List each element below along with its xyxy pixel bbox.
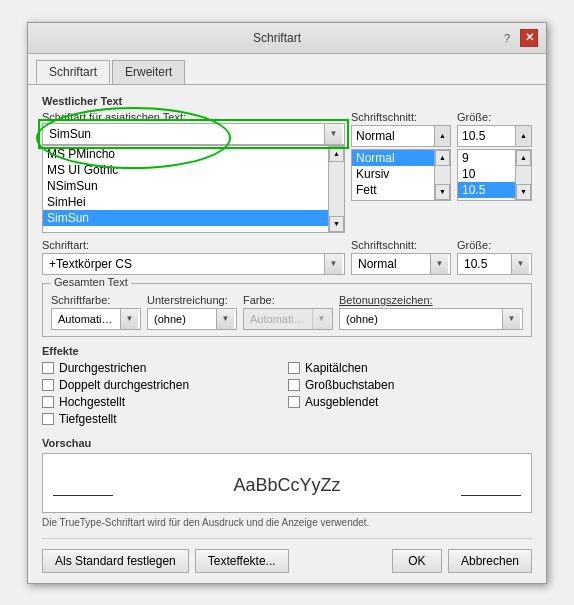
font-dialog: Schriftart ? ✕ Schriftart Erweitert West…	[27, 22, 547, 584]
asian-font-option-4[interactable]: SimSun	[43, 210, 328, 226]
btn-right-group: OK Abbrechen	[392, 549, 532, 573]
vorschau-box: AaBbCcYyZz	[42, 453, 532, 513]
scroll-up-btn[interactable]: ▲	[329, 146, 344, 162]
titlebar: Schriftart ? ✕	[28, 23, 546, 54]
doppelt-durchgestrichen-label: Doppelt durchgestrichen	[59, 378, 189, 392]
hochgestellt-label: Hochgestellt	[59, 395, 125, 409]
grossbuchstaben-row: Großbuchstaben	[288, 378, 532, 392]
betonungszeichen-combo[interactable]: (ohne) ▼	[339, 308, 523, 330]
unterstreichung-col: Unterstreichung: (ohne) ▼	[147, 294, 237, 330]
western-groesse-dropdown[interactable]: ▼	[511, 254, 529, 274]
western-groesse-label: Größe:	[457, 239, 532, 251]
tiefgestellt-checkbox[interactable]	[42, 413, 54, 425]
schriftschnitt-scroll-up[interactable]: ▲	[434, 126, 450, 146]
schnitt-normal[interactable]: Normal	[352, 150, 434, 166]
western-groesse-col: Größe: 10.5 ▼	[457, 239, 532, 275]
standard-button[interactable]: Als Standard festlegen	[42, 549, 189, 573]
grossbuchstaben-checkbox[interactable]	[288, 379, 300, 391]
asian-font-list[interactable]: MS PMincho MS UI Gothic NSimSun SimHei S…	[42, 145, 345, 233]
western-schnitt-dropdown[interactable]: ▼	[430, 254, 448, 274]
groesse-section: Größe: 10.5 ▲ 9 10 10.5 ▲ ▼	[457, 111, 532, 233]
schnitt-scroll-up[interactable]: ▲	[435, 150, 450, 166]
schriftfarbe-label: Schriftfarbe:	[51, 294, 141, 306]
kapitalchen-label: Kapitälchen	[305, 361, 368, 375]
schriftfarbe-value: Automatisch	[54, 313, 120, 325]
groesse-scroll-up[interactable]: ▲	[516, 150, 531, 166]
western-schnitt-col: Schriftschnitt: Normal ▼	[351, 239, 451, 275]
scroll-track	[329, 162, 344, 216]
western-schnitt-value: Normal	[354, 257, 430, 271]
dialog-content: Westlicher Text Schriftart für asiatisch…	[28, 84, 546, 583]
farbe-combo: Automatisch ▼	[243, 308, 333, 330]
help-button[interactable]: ?	[498, 29, 516, 47]
vorschau-line-left	[53, 495, 113, 496]
schriftschnitt-section: Schriftschnitt: Normal ▲ Normal Kursiv F…	[351, 111, 451, 233]
unterstreichung-combo[interactable]: (ohne) ▼	[147, 308, 237, 330]
abbrechen-button[interactable]: Abbrechen	[448, 549, 532, 573]
asian-font-option-0[interactable]: MS PMincho	[43, 146, 328, 162]
schnitt-fett[interactable]: Fett	[352, 182, 434, 198]
groesse-10[interactable]: 10	[458, 166, 515, 182]
schriftfarbe-combo[interactable]: Automatisch ▼	[51, 308, 141, 330]
western-font-dropdown[interactable]: ▼	[324, 254, 342, 274]
durchgestrichen-checkbox[interactable]	[42, 362, 54, 374]
groesse-9[interactable]: 9	[458, 150, 515, 166]
asian-font-dropdown-btn[interactable]: ▼	[324, 124, 342, 144]
groesse-scroll-down[interactable]: ▼	[516, 184, 531, 200]
durchgestrichen-label: Durchgestrichen	[59, 361, 146, 375]
schnitt-scroll-down[interactable]: ▼	[435, 184, 450, 200]
effekte-left: Durchgestrichen Doppelt durchgestrichen …	[42, 361, 286, 429]
asian-font-label: Schriftart für asiatischen Text:	[42, 111, 345, 123]
ok-button[interactable]: OK	[392, 549, 442, 573]
effekte-section: Durchgestrichen Doppelt durchgestrichen …	[42, 361, 532, 429]
effekte-header: Effekte	[42, 345, 532, 357]
doppelt-durchgestrichen-checkbox[interactable]	[42, 379, 54, 391]
groesse-label: Größe:	[457, 111, 532, 123]
unterstreichung-dropdown[interactable]: ▼	[216, 309, 234, 329]
schriftfarbe-dropdown[interactable]: ▼	[120, 309, 138, 329]
farbe-label: Farbe:	[243, 294, 333, 306]
kapitalchen-checkbox[interactable]	[288, 362, 300, 374]
asian-font-option-1[interactable]: MS UI Gothic	[43, 162, 328, 178]
asian-font-option-2[interactable]: NSimSun	[43, 178, 328, 194]
scroll-down-btn[interactable]: ▼	[329, 216, 344, 232]
schriftschnitt-list[interactable]: Normal Kursiv Fett ▲ ▼	[351, 149, 451, 201]
texteffekte-button[interactable]: Texteffekte...	[195, 549, 289, 573]
asian-font-value: SimSun	[45, 127, 324, 141]
farbe-value: Automatisch	[246, 313, 312, 325]
groesse-list[interactable]: 9 10 10.5 ▲ ▼	[457, 149, 532, 201]
hochgestellt-row: Hochgestellt	[42, 395, 286, 409]
western-font-combo[interactable]: +Textkörper CS ▼	[42, 253, 345, 275]
asian-font-scrollbar[interactable]: ▲ ▼	[328, 146, 344, 232]
asian-font-combo[interactable]: SimSun ▼	[42, 123, 345, 145]
schriftschnitt-label: Schriftschnitt:	[351, 111, 451, 123]
tiefgestellt-row: Tiefgestellt	[42, 412, 286, 426]
gesamten-row: Schriftfarbe: Automatisch ▼ Unterstreich…	[51, 294, 523, 330]
schnitt-kursiv[interactable]: Kursiv	[352, 166, 434, 182]
western-font-col: Schriftart: +Textkörper CS ▼	[42, 239, 345, 275]
betonungszeichen-dropdown[interactable]: ▼	[502, 309, 520, 329]
asian-font-option-3[interactable]: SimHei	[43, 194, 328, 210]
farbe-col: Farbe: Automatisch ▼	[243, 294, 333, 330]
farbe-dropdown: ▼	[312, 309, 330, 329]
western-schnitt-label: Schriftschnitt:	[351, 239, 451, 251]
grossbuchstaben-label: Großbuchstaben	[305, 378, 394, 392]
dialog-title: Schriftart	[56, 31, 498, 45]
ausgeblendet-checkbox[interactable]	[288, 396, 300, 408]
tab-erweitert[interactable]: Erweitert	[112, 60, 185, 84]
close-button[interactable]: ✕	[520, 29, 538, 47]
western-groesse-combo[interactable]: 10.5 ▼	[457, 253, 532, 275]
groesse-scroll-up[interactable]: ▲	[515, 126, 531, 146]
western-font-row: Schriftart: +Textkörper CS ▼ Schriftschn…	[42, 239, 532, 275]
schriftfarbe-col: Schriftfarbe: Automatisch ▼	[51, 294, 141, 330]
schnitt-scrollbar[interactable]: ▲ ▼	[434, 150, 450, 200]
unterstreichung-label: Unterstreichung:	[147, 294, 237, 306]
groesse-105[interactable]: 10.5	[458, 182, 515, 198]
button-row: Als Standard festlegen Texteffekte... OK…	[42, 538, 532, 573]
groesse-scrollbar[interactable]: ▲ ▼	[515, 150, 531, 200]
tab-schriftart[interactable]: Schriftart	[36, 60, 110, 84]
gesamten-text-label: Gesamten Text	[51, 276, 131, 288]
western-font-label: Schriftart:	[42, 239, 345, 251]
western-schnitt-combo[interactable]: Normal ▼	[351, 253, 451, 275]
hochgestellt-checkbox[interactable]	[42, 396, 54, 408]
